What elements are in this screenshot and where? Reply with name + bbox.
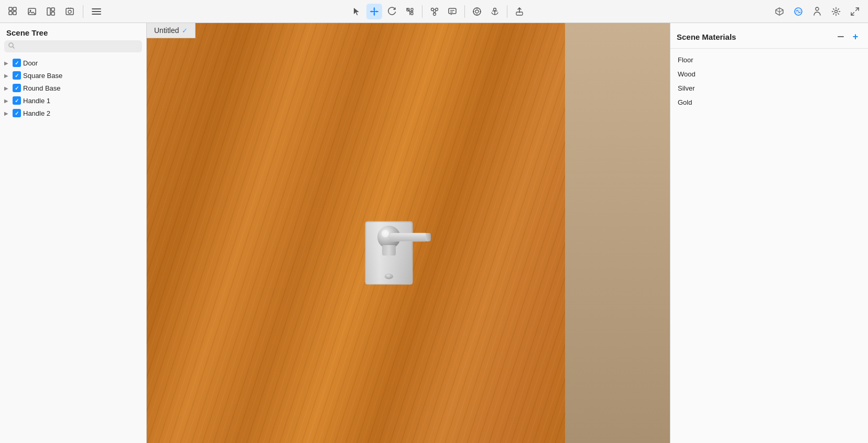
ar-view-icon[interactable]	[790, 4, 806, 19]
svg-point-45	[382, 230, 389, 237]
viewport[interactable]: Untitled ✓	[147, 23, 670, 443]
tree-label-handle2: Handle 2	[23, 109, 50, 117]
toolbar-separator-1	[83, 5, 83, 18]
svg-rect-23	[449, 8, 456, 14]
door-edge	[565, 23, 670, 443]
svg-line-41	[13, 47, 15, 49]
material-item-wood[interactable]: Wood	[670, 67, 868, 81]
tree-item-handle1[interactable]: ▶ Handle 1	[0, 94, 146, 107]
photo-icon[interactable]	[62, 4, 78, 19]
scene-tree-title: Scene Tree	[0, 23, 146, 40]
scale-tool-button[interactable]	[402, 4, 418, 19]
svg-line-21	[433, 10, 435, 13]
material-item-gold[interactable]: Gold	[670, 95, 868, 109]
chevron-right-icon-4: ▶	[4, 98, 10, 104]
svg-rect-50	[838, 36, 844, 37]
search-input[interactable]	[18, 42, 138, 50]
svg-rect-2	[9, 12, 12, 15]
svg-point-19	[433, 13, 436, 15]
svg-point-38	[816, 7, 819, 10]
svg-rect-1	[13, 7, 16, 10]
tree-item-square-base[interactable]: ▶ Square Base	[0, 69, 146, 82]
svg-point-26	[473, 8, 481, 15]
svg-rect-15	[411, 8, 413, 10]
checkbox-door[interactable]	[13, 59, 21, 67]
move-tool-button[interactable]	[366, 4, 382, 19]
scene-tree-search-bar[interactable]	[4, 40, 142, 52]
search-icon	[8, 42, 15, 50]
layout-icon[interactable]	[43, 4, 59, 19]
svg-rect-46	[389, 233, 428, 241]
svg-point-40	[9, 43, 13, 47]
chevron-right-icon-2: ▶	[4, 73, 10, 79]
material-item-floor[interactable]: Floor	[670, 53, 868, 67]
tree-label-square-base: Square Base	[23, 72, 62, 80]
joint-tool-button[interactable]	[427, 4, 442, 19]
rotate-tool-button[interactable]	[384, 4, 400, 19]
minimize-button[interactable]	[834, 30, 847, 43]
tree-label-handle1: Handle 1	[23, 97, 50, 105]
door-handle	[339, 174, 454, 292]
svg-rect-8	[51, 12, 55, 15]
svg-point-10	[68, 10, 71, 13]
target-icon[interactable]	[469, 4, 485, 19]
annotation-tool-button[interactable]	[444, 4, 460, 19]
svg-rect-9	[66, 8, 73, 15]
settings-icon[interactable]	[828, 4, 844, 19]
tree-item-door[interactable]: ▶ Door	[0, 57, 146, 69]
toolbar-separator-3	[464, 5, 465, 18]
svg-point-39	[835, 10, 838, 13]
tree-item-handle2[interactable]: ▶ Handle 2	[0, 107, 146, 119]
svg-rect-3	[13, 12, 16, 15]
anchor-icon[interactable]	[487, 4, 503, 19]
checkbox-handle2[interactable]	[13, 109, 21, 117]
fullscreen-icon[interactable]	[847, 4, 863, 19]
toolbar-right	[772, 4, 863, 19]
cube-view-icon[interactable]	[772, 4, 787, 19]
tree-items-list: ▶ Door ▶ Square Base ▶ Round Base ▶ Hand…	[0, 56, 146, 443]
menu-icon[interactable]	[89, 4, 104, 19]
materials-list: Floor Wood Silver Gold	[670, 49, 868, 114]
checkbox-handle1[interactable]	[13, 96, 21, 105]
scene-tree-panel: Scene Tree ▶ Door ▶ Square Base	[0, 23, 147, 443]
svg-rect-6	[47, 8, 50, 15]
svg-rect-47	[426, 233, 431, 241]
svg-point-49	[385, 274, 393, 279]
svg-rect-7	[51, 8, 55, 11]
svg-point-5	[30, 9, 31, 11]
checkbox-square-base[interactable]	[13, 71, 21, 80]
add-material-button[interactable]: +	[849, 30, 862, 43]
tree-label-door: Door	[23, 59, 38, 67]
svg-point-32	[494, 8, 496, 10]
share-button[interactable]	[512, 4, 527, 19]
toolbar-left	[5, 4, 104, 19]
svg-rect-0	[9, 7, 12, 10]
svg-rect-16	[411, 13, 413, 15]
svg-point-18	[436, 8, 438, 10]
tree-item-round-base[interactable]: ▶ Round Base	[0, 82, 146, 94]
checkbox-round-base[interactable]	[13, 84, 21, 92]
chevron-right-icon: ▶	[4, 60, 10, 66]
chevron-right-icon-3: ▶	[4, 85, 10, 91]
tab-label: Untitled	[154, 26, 179, 35]
scene-materials-title: Scene Materials	[677, 32, 832, 41]
main-content: Scene Tree ▶ Door ▶ Square Base	[0, 23, 868, 443]
material-item-silver[interactable]: Silver	[670, 81, 868, 95]
tree-label-round-base: Round Base	[23, 84, 61, 92]
toolbar-center	[107, 4, 768, 19]
image-icon[interactable]	[24, 4, 40, 19]
tab-check-icon: ✓	[182, 27, 188, 35]
chevron-right-icon-5: ▶	[4, 110, 10, 116]
svg-line-22	[435, 10, 436, 13]
toolbar	[0, 0, 868, 23]
toolbar-separator-4	[507, 5, 507, 18]
grid-icon[interactable]	[5, 4, 21, 19]
svg-rect-48	[382, 245, 396, 256]
person-view-icon[interactable]	[809, 4, 825, 19]
select-tool-button[interactable]	[349, 4, 364, 19]
svg-point-27	[475, 10, 479, 13]
svg-point-17	[431, 8, 434, 10]
scene-materials-panel: Scene Materials + Floor Wood Silver Gold	[670, 23, 868, 443]
viewport-canvas	[147, 23, 670, 443]
viewport-tab[interactable]: Untitled ✓	[147, 23, 196, 38]
